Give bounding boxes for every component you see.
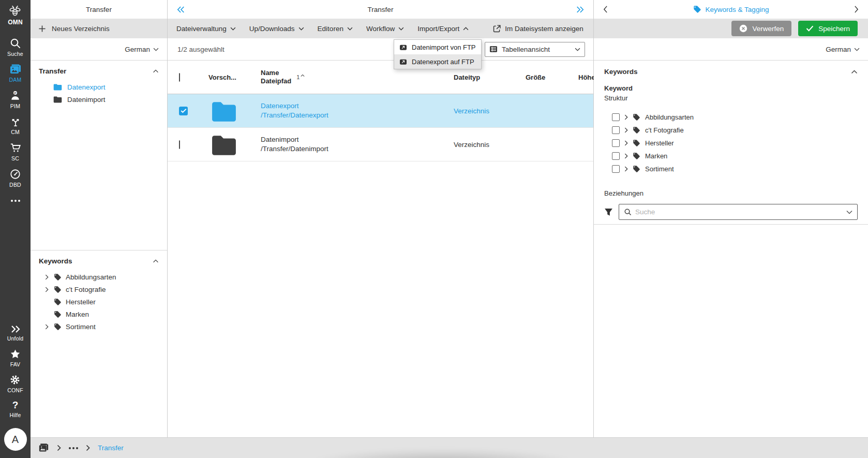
chevron-right-icon[interactable]: [45, 324, 50, 330]
keywords-tagging-form: Keywords Keyword Struktur Abbildungsarte…: [594, 68, 868, 220]
sidebar-item-unfold[interactable]: Unfold: [7, 324, 24, 342]
keyword-option-sortiment[interactable]: Sortiment: [612, 162, 858, 175]
chevron-right-icon[interactable]: [624, 127, 628, 133]
omn-dam-app: OMN Suche DAM: [0, 0, 868, 458]
sidebar-item-label: FAV: [10, 361, 21, 367]
search-icon: [9, 37, 21, 49]
tree-item-datenexport[interactable]: Datenexport: [39, 81, 159, 93]
keyword-label: Hersteller: [645, 139, 674, 147]
detail-panel: Keywords & Tagging Verwerfen Speichern G: [594, 0, 868, 437]
next-tab-chevron-icon[interactable]: [854, 0, 859, 19]
sidebar-logo-label: OMN: [8, 19, 23, 26]
keyword-checkbox[interactable]: [612, 113, 620, 121]
sidebar-more-ellipsis-icon[interactable]: [11, 200, 20, 202]
transfer-tree-section: Transfer Datenexport Datenimport: [31, 61, 167, 106]
filter-funnel-icon[interactable]: [604, 208, 613, 216]
menu-workflow[interactable]: Workflow: [366, 25, 404, 33]
expand-right-double-chevron-icon[interactable]: [576, 0, 584, 19]
left-language-select[interactable]: German: [31, 38, 167, 61]
keyword-checkbox[interactable]: [612, 126, 620, 134]
dam-images-icon[interactable]: [38, 443, 49, 453]
keyword-item-sortiment[interactable]: Sortiment: [39, 320, 159, 333]
keyword-structure-tree: Abbildungsarten c't Fotografie Herstelle…: [604, 111, 858, 175]
discard-button[interactable]: Verwerfen: [731, 21, 791, 36]
column-vorschau[interactable]: Vorsch...: [208, 73, 261, 81]
column-hoehe[interactable]: Höhe: [578, 73, 595, 81]
chevron-right-icon: [57, 445, 61, 451]
sidebar-item-label: PIM: [10, 103, 20, 109]
keyword-option-marken[interactable]: Marken: [612, 150, 858, 162]
collapse-chevron-up-icon[interactable]: [153, 69, 159, 73]
sidebar-item-pim[interactable]: P PIM: [9, 90, 21, 109]
chevron-right-icon[interactable]: [624, 114, 628, 120]
show-in-filesystem-button[interactable]: Im Dateisystem anzeigen: [492, 24, 583, 33]
select-all-checkbox[interactable]: [179, 73, 180, 82]
sidebar-item-dam[interactable]: DAM: [9, 64, 22, 83]
search-icon: [624, 208, 632, 216]
menu-import-export[interactable]: Import/Export: [417, 25, 469, 33]
column-name-dateipfad[interactable]: Name Dateipfad 1: [261, 69, 454, 86]
sort-order-number: 1: [296, 74, 300, 80]
keyword-item-ct-fotografie[interactable]: c't Fotografie: [39, 283, 159, 296]
keyword-option-abbildungsarten[interactable]: Abbildungsarten: [612, 111, 858, 124]
svg-text:P: P: [14, 91, 16, 95]
right-language-select[interactable]: German: [594, 38, 868, 61]
chevron-down-icon[interactable]: [846, 210, 852, 214]
keyword-search-input[interactable]: [635, 208, 843, 216]
menu-dateiverwaltung[interactable]: Dateiverwaltung: [176, 25, 236, 33]
file-actions-toolbar: Dateiverwaltung Up/Downloads Editoren Wo…: [168, 19, 593, 38]
sidebar-item-dbd[interactable]: DBD: [9, 168, 21, 188]
keyword-option-hersteller[interactable]: Hersteller: [612, 137, 858, 150]
save-button[interactable]: Speichern: [798, 21, 858, 36]
tree-item-datenimport[interactable]: Datenimport: [39, 93, 159, 106]
menu-item-label: Datenexport auf FTP: [412, 58, 474, 66]
collapse-left-double-chevron-icon[interactable]: [177, 0, 185, 19]
sidebar-item-suche[interactable]: Suche: [7, 37, 23, 57]
column-groesse[interactable]: Größe: [526, 73, 578, 81]
sidebar-item-fav[interactable]: FAV: [9, 348, 21, 367]
breadcrumb-ellipsis[interactable]: [69, 447, 78, 449]
keyword-checkbox[interactable]: [612, 165, 620, 173]
sidebar-item-cm[interactable]: CM: [10, 116, 21, 135]
row-checkbox-checked[interactable]: [179, 107, 188, 115]
previous-tab-chevron-icon[interactable]: [603, 0, 608, 19]
collapse-chevron-up-icon[interactable]: [153, 259, 159, 263]
sidebar-item-conf[interactable]: CONF: [7, 374, 23, 393]
row-checkbox[interactable]: [179, 140, 180, 149]
omn-logo[interactable]: OMN: [8, 5, 23, 26]
keyword-checkbox[interactable]: [612, 152, 620, 160]
selection-status: 1/2 ausgewählt: [177, 46, 225, 53]
keyword-label: Abbildungsarten: [66, 273, 116, 281]
discard-label: Verwerfen: [752, 25, 784, 33]
sort-indicator[interactable]: 1: [296, 74, 305, 80]
table-row-datenimport[interactable]: Datenimport /Transfer/Datenimport Verzei…: [168, 128, 593, 161]
keyword-item-hersteller[interactable]: Hersteller: [39, 296, 159, 308]
menu-item-datenimport-von-ftp[interactable]: Datenimport von FTP: [394, 40, 481, 54]
keyword-checkbox[interactable]: [612, 139, 620, 147]
navigation-panel: Transfer Neues Verzeichnis German Transf…: [31, 0, 168, 437]
keyword-option-ct-fotografie[interactable]: c't Fotografie: [612, 124, 858, 137]
chevron-right-icon[interactable]: [624, 140, 628, 146]
chevron-right-icon[interactable]: [45, 287, 50, 292]
view-mode-select[interactable]: Tabellenansicht: [485, 42, 585, 57]
keyword-item-abbildungsarten[interactable]: Abbildungsarten: [39, 271, 159, 283]
new-directory-button[interactable]: Neues Verzeichnis: [31, 19, 167, 38]
table-view-icon: [489, 46, 498, 53]
breadcrumb-current[interactable]: Transfer: [98, 444, 124, 452]
column-dateityp[interactable]: Dateityp: [454, 73, 526, 81]
menu-item-datenexport-auf-ftp[interactable]: Datenexport auf FTP: [394, 54, 481, 69]
sidebar-item-hilfe[interactable]: ? Hilfe: [9, 400, 21, 418]
collapse-chevron-up-icon[interactable]: [851, 70, 858, 74]
menu-editoren[interactable]: Editoren: [318, 25, 353, 33]
chevron-right-icon[interactable]: [624, 166, 628, 172]
user-avatar[interactable]: A: [4, 428, 27, 451]
show-in-filesystem-label: Im Dateisystem anzeigen: [505, 25, 583, 33]
chevron-right-icon[interactable]: [624, 153, 628, 159]
chevron-right-icon[interactable]: [45, 274, 50, 280]
sidebar-item-sc[interactable]: SC: [9, 142, 22, 161]
table-row-datenexport[interactable]: Datenexport /Transfer/Datenexport Verzei…: [168, 94, 593, 128]
menu-updownloads[interactable]: Up/Downloads: [249, 25, 304, 33]
keyword-field-label: Keyword: [604, 84, 858, 92]
keyword-item-marken[interactable]: Marken: [39, 308, 159, 320]
left-panel-title: Transfer: [86, 6, 112, 13]
